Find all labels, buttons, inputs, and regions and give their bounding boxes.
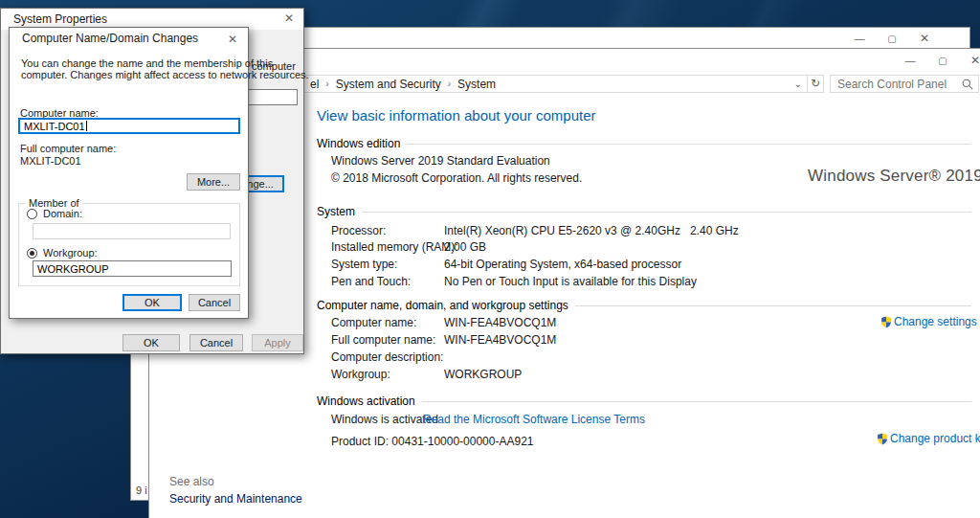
windows-server-logo: Windows Server® 2019 [808,167,980,186]
row-value: No Pen or Touch Input is available for t… [444,275,697,288]
ok-button[interactable]: OK [122,294,182,311]
breadcrumb-separator-icon: › [448,79,451,89]
computer-name-input[interactable]: MXLIT-DC01 [18,118,240,134]
section-windows-edition: Windows edition [317,137,971,150]
section-windows-activation: Windows activation [317,394,971,408]
section-title: Windows activation [317,394,415,408]
license-terms-link[interactable]: Read the Microsoft Software License Term… [423,413,645,426]
minimize-icon[interactable]: — [843,33,876,44]
row-value: 2.00 GB [444,240,486,254]
domain-radio-label[interactable]: Domain: [43,208,82,219]
text-caret [86,121,87,131]
workgroup-radio-label[interactable]: Workgroup: [43,247,98,259]
row-label: Installed memory (RAM): [331,240,458,254]
product-id: Product ID: 00431-10000-00000-AA921 [331,435,533,448]
search-placeholder[interactable]: Search Control Panel [831,78,962,91]
row-label: System type: [331,258,397,271]
workgroup-input[interactable]: WORKGROUP [33,260,232,277]
search-icon [962,79,973,90]
change-settings-link[interactable]: Change settings [880,315,977,328]
uac-shield-icon [880,316,892,328]
section-rule [407,144,971,145]
page-title: View basic information about your comput… [317,107,596,124]
breadcrumb-item-system[interactable]: System [457,78,496,91]
row-value: 64-bit Operating System, x64-based proce… [444,258,681,271]
domain-radio[interactable] [27,209,37,219]
close-icon[interactable]: ✕ [224,33,241,46]
section-rule [575,305,971,306]
refresh-icon[interactable]: ↻ [807,76,823,92]
workgroup-radio[interactable] [27,248,37,259]
close-icon[interactable]: ✕ [959,54,980,67]
row-label: Full computer name: [331,333,435,347]
row-value: WIN-FEA4BVOCQ1M [444,316,556,329]
explorer-window-controls: — ▢ ✕ [843,32,941,45]
section-rule [422,401,971,402]
section-title: System [317,205,355,218]
uac-shield-icon [877,433,888,445]
section-system: System [317,205,971,218]
row-label: Computer description: [331,350,443,364]
maximize-icon[interactable]: ▢ [926,56,959,66]
computer-name-value: MXLIT-DC01 [24,121,85,132]
chevron-down-icon[interactable]: ⌄ [790,79,807,89]
edition-copyright: © 2018 Microsoft Corporation. All rights… [331,171,582,185]
maximize-icon[interactable]: ▢ [876,34,908,44]
edition-name: Windows Server 2019 Standard Evaluation [331,154,550,168]
computer-description-field-fragment[interactable] [243,89,298,105]
dialog-description-line1: You can change the name and the membersh… [21,57,273,69]
full-computer-name-value: MXLIT-DC01 [20,155,81,167]
cancel-button[interactable]: Cancel [189,294,240,311]
row-value: WORKGROUP [444,368,522,381]
row-value: WIN-FEA4BVOCQ1M [444,333,556,347]
cancel-button[interactable]: Cancel [189,334,243,351]
dialog-title: System Properties [13,12,107,26]
breadcrumb-separator-icon: › [325,79,328,89]
change-product-key-label: Change product key [890,432,980,445]
domain-input[interactable] [33,223,231,239]
system-window-controls: — ▢ ✕ [894,54,980,67]
section-computer-name: Computer name, domain, and workgroup set… [317,299,971,312]
security-and-maintenance-link[interactable]: Security and Maintenance [169,492,302,506]
minimize-icon[interactable]: — [894,55,926,66]
dialog-title: Computer Name/Domain Changes [22,32,198,45]
change-product-key-link[interactable]: Change product key [877,432,980,445]
row-label: Workgroup: [331,368,390,381]
address-bar[interactable]: el › System and Security › System ⌄ ↻ [221,75,824,93]
section-title: Computer name, domain, and workgroup set… [317,299,568,312]
workgroup-value: WORKGROUP [37,263,109,275]
breadcrumb-item-system-and-security[interactable]: System and Security [336,78,441,91]
computer-name-domain-changes-dialog: Computer Name/Domain Changes ✕ You can c… [9,27,249,319]
see-also-title: See also [169,475,214,488]
search-box[interactable]: Search Control Panel [830,75,979,93]
full-computer-name-label: Full computer name: [20,143,116,154]
row-label: Computer name: [331,316,416,329]
more-button[interactable]: More... [187,173,240,191]
close-icon[interactable]: ✕ [908,32,941,45]
section-title: Windows edition [317,137,400,150]
row-value: Intel(R) Xeon(R) CPU E5-2620 v3 @ 2.40GH… [444,224,739,237]
row-label: Pen and Touch: [331,275,411,288]
breadcrumb-control-panel-fragment[interactable]: el [310,78,319,91]
row-label: Processor: [331,224,386,237]
cn-dialog-titlebar[interactable]: Computer Name/Domain Changes ✕ [10,28,248,49]
dialog-description-line2: computer. Changes might affect access to… [21,69,309,80]
ok-button[interactable]: OK [122,334,180,351]
section-rule [362,212,971,213]
change-settings-label: Change settings [894,315,977,328]
apply-button[interactable]: Apply [252,334,303,351]
close-icon[interactable]: ✕ [280,11,298,25]
